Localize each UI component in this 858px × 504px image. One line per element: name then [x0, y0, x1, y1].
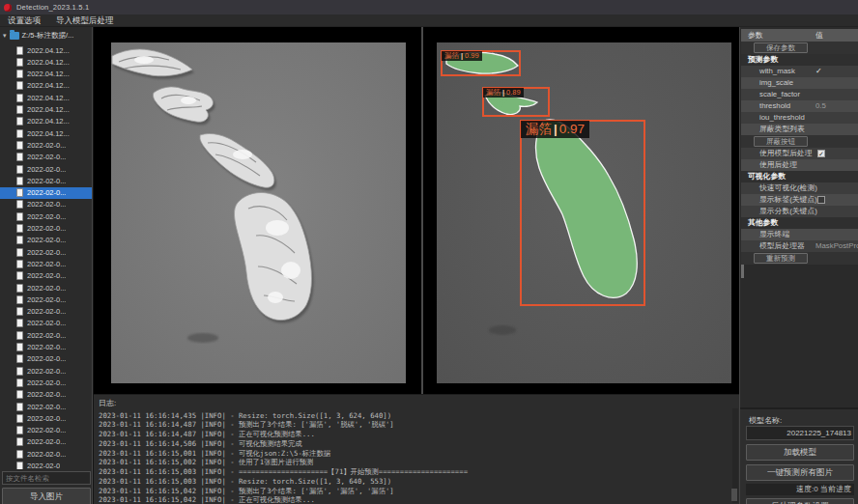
tree-item[interactable]: 2022-02-0...: [0, 389, 93, 401]
tree-item[interactable]: 2022-02-0...: [0, 365, 93, 377]
predict-all-button[interactable]: 一键预测所有图片: [746, 464, 854, 481]
folder-icon: [10, 32, 19, 40]
log-console[interactable]: 日志: 2023-01-11 16:16:14,435 |INFO| - Res…: [94, 394, 739, 504]
tree-item[interactable]: 2022.04.12...: [0, 80, 93, 92]
tree-item-label: 2022.04.12...: [27, 94, 70, 102]
tree-item[interactable]: 2022-02-0...: [0, 139, 93, 151]
tree-item-label: 2022-02-0...: [27, 295, 66, 304]
param-button-row: 重新预测: [741, 252, 858, 265]
search-input[interactable]: [2, 471, 91, 485]
postprocess-settings-button[interactable]: 后处理参数设置: [746, 498, 854, 504]
tree-item-label: 2022-02-0...: [27, 212, 66, 221]
tree-item[interactable]: 2022-02-0...: [0, 306, 93, 318]
param-row: 使用模型后处理✓: [741, 148, 858, 159]
log-line: 2023-01-11 16:16:15,002 |INFO| - 使用了1张图片…: [99, 458, 313, 467]
file-icon: [16, 212, 23, 221]
tree-item[interactable]: 2022-02-0...: [0, 175, 93, 186]
tree-item-selected[interactable]: 2022-02-0...: [0, 187, 93, 199]
file-icon: [16, 81, 23, 90]
param-row: 使用后处理: [741, 159, 858, 171]
file-icon: [16, 331, 23, 340]
log-line: 2023-01-11 16:16:15,001 |INFO| - 可视化json…: [99, 449, 330, 459]
tree-item-label: 2022-02-0...: [27, 200, 66, 209]
file-icon: [16, 403, 23, 411]
tree-item[interactable]: 2022.04.12...: [0, 44, 93, 56]
tree-item-label: 2022.04.12...: [27, 117, 70, 126]
tree-item[interactable]: 2022-02-0...: [0, 246, 93, 258]
tree-item[interactable]: 2022-02-0...: [0, 401, 93, 412]
log-line: 2023-01-11 16:16:15,003 |INFO| - Resize:…: [99, 477, 391, 486]
param-row: img_scale: [741, 77, 858, 89]
file-icon: [16, 295, 23, 304]
parameter-table: 参数 值 保存参数预测参数with_mask✓img_scalescale_fa…: [741, 29, 858, 265]
tree-item[interactable]: 2022-02-0...: [0, 412, 93, 424]
file-icon: [16, 58, 23, 67]
parameter-scrollbar-thumb[interactable]: [741, 265, 744, 278]
menu-item-import-postprocess[interactable]: 导入模型后处理: [48, 14, 122, 27]
detection-label: 漏箔|0.89: [483, 88, 524, 98]
tree-item-label: 2022-02-0...: [27, 260, 66, 268]
load-model-button[interactable]: 加载模型: [746, 444, 854, 461]
tree-item[interactable]: 2022-02-0...: [0, 342, 93, 353]
param-row: scale_factor: [741, 89, 858, 100]
tree-item[interactable]: 2022.04.12...: [0, 116, 93, 127]
param-checkbox[interactable]: [817, 196, 825, 204]
tree-item[interactable]: 2022-02-0...: [0, 258, 93, 269]
file-icon: [16, 378, 23, 387]
tree-item[interactable]: 2022-02-0...: [0, 270, 93, 282]
tree-item[interactable]: 2022-02-0...: [0, 329, 93, 341]
tree-item[interactable]: 2022-02-0...: [0, 152, 93, 163]
tree-item-label: 2022-02-0...: [27, 319, 66, 327]
menu-item-settings[interactable]: 设置选项: [0, 14, 48, 27]
tree-item[interactable]: 2022-02-0...: [0, 377, 93, 388]
chevron-down-icon[interactable]: ▾: [3, 32, 7, 40]
file-icon: [16, 319, 23, 327]
param-name: 屏蔽类型列表: [759, 124, 805, 135]
param-action-button[interactable]: 保存参数: [754, 42, 808, 53]
tree-item-label: 2022.04.12...: [27, 58, 70, 67]
param-action-button[interactable]: 重新预测: [754, 253, 808, 264]
file-icon: [16, 390, 23, 399]
tree-item-label: 2022-02-0...: [27, 354, 66, 363]
tree-item[interactable]: 2022.04.12...: [0, 92, 93, 103]
log-scrollbar-thumb[interactable]: [731, 489, 737, 501]
tree-item[interactable]: 2022-02-0...: [0, 163, 93, 175]
param-name: img_scale: [759, 77, 793, 89]
tree-item[interactable]: 2022-02-0...: [0, 223, 93, 235]
tree-item[interactable]: 2022.04.12...: [0, 56, 93, 68]
param-action-button[interactable]: 屏蔽按钮: [754, 136, 808, 147]
param-name: with_mask: [759, 66, 795, 77]
tree-item[interactable]: 2022-02-0...: [0, 235, 93, 246]
tree-item-label: 2022-02-0...: [27, 307, 66, 316]
log-scrollbar[interactable]: [732, 408, 738, 503]
tree-root-folder[interactable]: ▾ Z:/5-标注数据/...: [0, 30, 93, 42]
tree-item[interactable]: 2022-02-0...: [0, 353, 93, 365]
tree-item[interactable]: 2022-02-0...: [0, 294, 93, 305]
file-icon: [16, 271, 23, 280]
tree-item[interactable]: 2022-02-0...: [0, 318, 93, 329]
tree-item[interactable]: 2022.04.12...: [0, 127, 93, 139]
param-section-label: 可视化参数: [748, 171, 786, 182]
file-icon: [16, 165, 23, 174]
tree-item-label: 2022-02-0: [27, 462, 60, 469]
param-name: 模型后处理器: [759, 240, 805, 252]
tree-item[interactable]: 2022-02-0: [0, 461, 93, 470]
tree-item[interactable]: 2022-02-0...: [0, 448, 93, 460]
tree-item[interactable]: 2022-02-0...: [0, 436, 93, 448]
import-image-button[interactable]: 导入图片: [2, 488, 91, 504]
detection-label: 漏箔|0.99: [442, 51, 482, 61]
file-icon: [16, 129, 23, 138]
tree-item[interactable]: 2022-02-0...: [0, 210, 93, 222]
tree-item[interactable]: 2022-02-0...: [0, 282, 93, 294]
param-section-header: 预测参数: [741, 54, 858, 66]
file-icon: [16, 236, 23, 244]
tree-item[interactable]: 2022-02-0...: [0, 199, 93, 210]
param-checkbox[interactable]: ✓: [817, 150, 825, 157]
model-name-field[interactable]: 20221225_174813: [746, 426, 854, 440]
tree-item[interactable]: 2022.04.12...: [0, 69, 93, 80]
tree-item[interactable]: 2022.04.12...: [0, 104, 93, 116]
param-section-label: 预测参数: [748, 54, 778, 66]
file-icon: [16, 94, 23, 102]
tree-item[interactable]: 2022-02-0...: [0, 425, 93, 436]
file-icon: [16, 248, 23, 257]
